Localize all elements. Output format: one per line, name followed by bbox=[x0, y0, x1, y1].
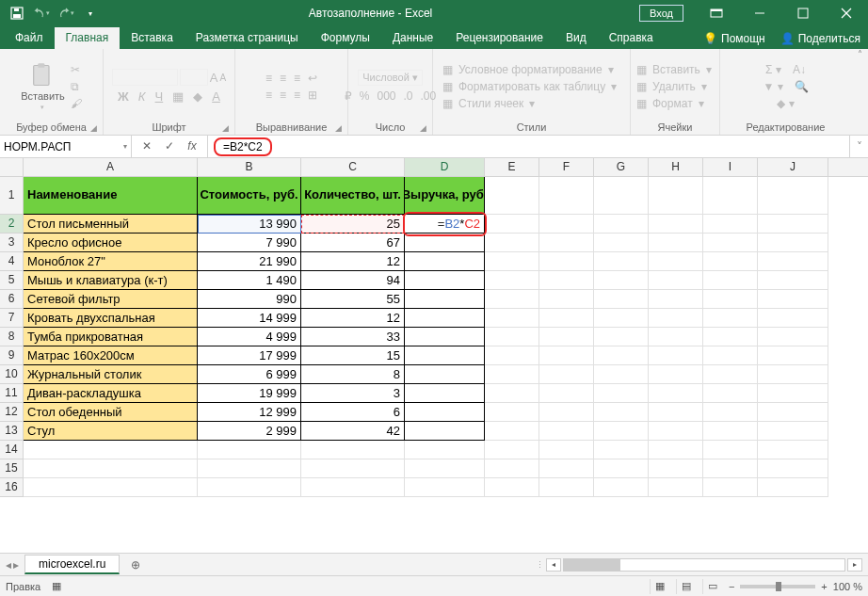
cell-cost-7[interactable]: 14 999 bbox=[198, 309, 301, 328]
row-header-8[interactable]: 8 bbox=[0, 328, 24, 346]
cell[interactable] bbox=[198, 478, 301, 497]
col-header-F[interactable]: F bbox=[539, 158, 594, 176]
cell[interactable] bbox=[649, 328, 703, 346]
zoom-in-icon[interactable]: + bbox=[821, 581, 827, 592]
cell-qty-11[interactable]: 3 bbox=[301, 384, 405, 403]
cell[interactable] bbox=[485, 309, 539, 328]
cell[interactable] bbox=[758, 365, 828, 384]
hscroll-track[interactable] bbox=[563, 558, 845, 572]
row-header-9[interactable]: 9 bbox=[0, 346, 24, 365]
sheet-nav-next-icon[interactable]: ▸ bbox=[13, 558, 19, 572]
cell[interactable] bbox=[539, 422, 594, 441]
cell[interactable] bbox=[485, 215, 539, 234]
cell[interactable] bbox=[703, 365, 758, 384]
cell[interactable] bbox=[405, 441, 485, 459]
qat-customize-icon[interactable]: ▾ bbox=[79, 2, 102, 24]
underline-icon[interactable]: Ч bbox=[155, 89, 164, 104]
cell-rev-9[interactable] bbox=[405, 346, 485, 365]
zoom-slider[interactable] bbox=[740, 585, 815, 588]
cell[interactable] bbox=[703, 403, 758, 422]
cell[interactable] bbox=[703, 328, 758, 346]
cell-cost-3[interactable]: 7 990 bbox=[198, 234, 301, 252]
percent-icon[interactable]: % bbox=[360, 89, 370, 103]
cut-icon[interactable]: ✂ bbox=[71, 63, 80, 76]
share-button[interactable]: 👤Поделиться bbox=[773, 28, 868, 49]
cell[interactable] bbox=[703, 478, 758, 497]
expand-fbar-icon[interactable]: ˅ bbox=[849, 136, 868, 157]
hscroll-right-icon[interactable]: ▸ bbox=[847, 558, 862, 572]
cell-qty-3[interactable]: 67 bbox=[301, 234, 405, 252]
cell[interactable] bbox=[539, 271, 594, 290]
inc-dec-icon[interactable]: .0 bbox=[404, 89, 413, 103]
cell[interactable] bbox=[539, 309, 594, 328]
cell[interactable] bbox=[758, 346, 828, 365]
enter-icon[interactable]: ✓ bbox=[160, 139, 179, 153]
cell[interactable] bbox=[758, 234, 828, 252]
hscroll-left-icon[interactable]: ◂ bbox=[546, 558, 561, 572]
cell-name-13[interactable]: Стул bbox=[24, 422, 198, 441]
cell[interactable] bbox=[539, 215, 594, 234]
cell[interactable] bbox=[594, 215, 649, 234]
wrap-text-icon[interactable]: ↩ bbox=[308, 72, 317, 85]
align-center-icon[interactable]: ≡ bbox=[280, 89, 286, 102]
cond-format-button[interactable]: ▦ Условное форматирование ▾ bbox=[442, 63, 614, 76]
cell[interactable] bbox=[649, 215, 703, 234]
cell[interactable] bbox=[594, 271, 649, 290]
page-break-icon[interactable]: ▭ bbox=[702, 579, 723, 594]
close-icon[interactable] bbox=[825, 0, 868, 26]
minimize-icon[interactable] bbox=[738, 0, 781, 26]
cell[interactable] bbox=[703, 422, 758, 441]
cell[interactable] bbox=[758, 328, 828, 346]
currency-icon[interactable]: ₽ bbox=[345, 89, 352, 103]
tell-me-button[interactable]: 💡Помощн bbox=[696, 28, 773, 49]
header-cost[interactable]: Стоимость, руб. bbox=[198, 177, 301, 215]
insert-cells-button[interactable]: ▦ Вставить ▾ bbox=[636, 63, 712, 76]
number-format-select[interactable]: Числовой ▾ bbox=[358, 70, 423, 86]
cell[interactable] bbox=[539, 459, 594, 478]
cell[interactable] bbox=[539, 328, 594, 346]
cell[interactable] bbox=[649, 365, 703, 384]
launcher-icon[interactable]: ◢ bbox=[335, 123, 342, 133]
align-bot-icon[interactable]: ≡ bbox=[294, 72, 300, 85]
cell[interactable] bbox=[649, 252, 703, 271]
cell[interactable] bbox=[594, 459, 649, 478]
cell-cost-6[interactable]: 990 bbox=[198, 290, 301, 309]
cell[interactable] bbox=[758, 441, 828, 459]
cell[interactable] bbox=[703, 215, 758, 234]
ribbon-options-icon[interactable] bbox=[695, 0, 738, 26]
cell[interactable] bbox=[703, 271, 758, 290]
cell[interactable] bbox=[539, 441, 594, 459]
row-header-12[interactable]: 12 bbox=[0, 403, 24, 422]
cell[interactable] bbox=[649, 271, 703, 290]
cell[interactable] bbox=[758, 478, 828, 497]
cell[interactable] bbox=[24, 441, 198, 459]
cell[interactable] bbox=[649, 309, 703, 328]
tab-review[interactable]: Рецензирование bbox=[444, 27, 555, 49]
tab-layout[interactable]: Разметка страницы bbox=[185, 27, 310, 49]
cell[interactable] bbox=[758, 309, 828, 328]
cell[interactable] bbox=[703, 346, 758, 365]
launcher-icon[interactable]: ◢ bbox=[420, 123, 426, 133]
launcher-icon[interactable]: ◢ bbox=[90, 123, 97, 133]
cell-qty-2[interactable]: 25 bbox=[301, 215, 405, 234]
cell[interactable] bbox=[758, 384, 828, 403]
cell-name-9[interactable]: Матрас 160х200см bbox=[24, 346, 198, 365]
login-button[interactable]: Вход bbox=[639, 5, 683, 22]
row-header-15[interactable]: 15 bbox=[0, 459, 24, 478]
tab-home[interactable]: Главная bbox=[55, 27, 121, 49]
cell[interactable] bbox=[594, 328, 649, 346]
cell[interactable] bbox=[539, 234, 594, 252]
row-header-2[interactable]: 2 bbox=[0, 215, 24, 234]
cell-rev-5[interactable] bbox=[405, 271, 485, 290]
increase-font-icon[interactable]: A bbox=[210, 71, 218, 85]
name-box[interactable]: НОРМ.РАСП▾ bbox=[0, 136, 132, 157]
cell[interactable] bbox=[485, 403, 539, 422]
header-rev[interactable]: Выручка, руб. bbox=[405, 177, 485, 215]
cell-cost-9[interactable]: 17 999 bbox=[198, 346, 301, 365]
cell[interactable] bbox=[594, 309, 649, 328]
cell[interactable] bbox=[301, 478, 405, 497]
cell-name-5[interactable]: Мышь и клавиатура (к-т) bbox=[24, 271, 198, 290]
worksheet[interactable]: ABCDEFGHIJ 1 Наименование Стоимость, руб… bbox=[0, 158, 868, 553]
align-top-icon[interactable]: ≡ bbox=[265, 72, 272, 85]
col-header-J[interactable]: J bbox=[758, 158, 828, 176]
